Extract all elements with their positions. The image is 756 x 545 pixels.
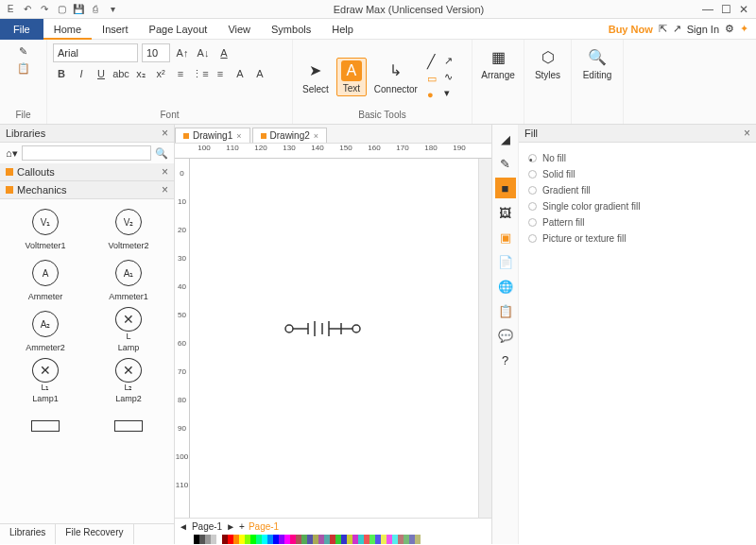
picture-tab-icon[interactable]: 🖼 <box>495 202 516 223</box>
close-libraries-icon[interactable]: × <box>162 127 168 140</box>
line-shape-icon[interactable]: ╱ <box>427 54 437 69</box>
shape-item[interactable]: L₂Lamp2 <box>89 358 168 403</box>
shape-item[interactable]: AAmmeter <box>6 256 85 301</box>
apps-icon[interactable]: ✦ <box>740 23 748 35</box>
shrink-font-icon[interactable]: A↓ <box>195 45 212 60</box>
tab-help[interactable]: Help <box>321 19 364 40</box>
fill-option[interactable]: Solid fill <box>528 166 747 182</box>
styles-button[interactable]: ⬡ Styles <box>530 43 565 82</box>
numbering-icon[interactable]: ⋮≡ <box>192 66 209 81</box>
new-icon[interactable]: ▢ <box>55 3 68 16</box>
layer-tab-icon[interactable]: ▣ <box>495 227 516 247</box>
underline-button[interactable]: U <box>93 66 110 81</box>
shape-item[interactable] <box>89 409 168 445</box>
save-icon[interactable]: 💾 <box>72 3 85 16</box>
undo-icon[interactable]: ↶ <box>21 3 34 16</box>
grow-font-icon[interactable]: A↑ <box>174 45 191 60</box>
subscript-icon[interactable]: x₂ <box>132 66 149 81</box>
fill-tab-icon[interactable]: ◢ <box>495 128 516 149</box>
home-icon[interactable]: ⌂▾ <box>6 147 18 160</box>
format-painter-icon[interactable]: ✎ <box>15 43 32 59</box>
page-tab-icon[interactable]: 📄 <box>495 251 516 272</box>
shape-tab-icon[interactable]: ■ <box>495 178 516 198</box>
text-fill-icon[interactable]: A <box>251 66 268 81</box>
hyperlink-tab-icon[interactable]: 🌐 <box>495 276 516 297</box>
shape-item[interactable] <box>6 409 85 445</box>
vertical-scrollbar[interactable] <box>478 159 491 518</box>
clipboard-icon[interactable]: 📋 <box>15 60 32 76</box>
shape-item[interactable]: L₁Lamp1 <box>6 358 85 403</box>
line-tab-icon[interactable]: ✎ <box>495 153 516 174</box>
arrow-shape-icon[interactable]: ↗ <box>444 55 453 67</box>
shape-item[interactable]: LLamp <box>89 307 168 352</box>
close-tab-icon[interactable]: × <box>236 131 241 141</box>
strike-button[interactable]: abc <box>112 66 129 81</box>
tab-page-layout[interactable]: Page Layout <box>139 19 218 40</box>
redo-icon[interactable]: ↷ <box>38 3 51 16</box>
fill-option[interactable]: Picture or texture fill <box>528 230 747 247</box>
color-swatch[interactable] <box>415 535 421 544</box>
gear-icon[interactable]: ⚙ <box>725 23 734 35</box>
comment-tab-icon[interactable]: 💬 <box>495 325 516 346</box>
tab-libraries-bottom[interactable]: Libraries <box>0 524 56 544</box>
signin-link[interactable]: Sign In <box>687 24 719 35</box>
lib-search-icon[interactable]: 🔍 <box>155 147 168 160</box>
file-menu[interactable]: File <box>0 19 43 40</box>
close-icon[interactable]: ✕ <box>739 3 748 16</box>
shape-item[interactable]: V₂Voltmeter2 <box>89 205 168 250</box>
fill-option[interactable]: Single color gradient fill <box>528 198 747 214</box>
tab-view[interactable]: View <box>217 19 261 40</box>
minimize-icon[interactable]: — <box>702 3 713 16</box>
select-tool[interactable]: ➤ Select <box>299 58 333 96</box>
color-palette[interactable] <box>175 535 491 544</box>
close-mechanics-icon[interactable]: × <box>162 183 168 196</box>
bold-button[interactable]: B <box>53 66 70 81</box>
shape-item[interactable]: A₁Ammeter1 <box>89 256 168 301</box>
export-icon[interactable]: ⇱ <box>659 23 667 35</box>
help-tab-icon[interactable]: ? <box>495 349 516 370</box>
align-icon[interactable]: ≡ <box>212 66 229 81</box>
callouts-header[interactable]: Callouts × <box>0 163 174 181</box>
doc-tab-drawing1[interactable]: Drawing1 × <box>175 128 250 143</box>
shape-item[interactable]: V₁Voltmeter1 <box>6 205 85 250</box>
print-icon[interactable]: ⎙ <box>89 3 102 16</box>
curve-shape-icon[interactable]: ∿ <box>444 71 453 83</box>
oval-shape-icon[interactable]: ● <box>427 89 437 100</box>
connector-tool[interactable]: ↳ Connector <box>370 58 421 96</box>
more-shapes-icon[interactable]: ▾ <box>444 87 453 99</box>
arrange-button[interactable]: ▦ Arrange <box>478 43 518 82</box>
editing-button[interactable]: 🔍 Editing <box>577 43 617 82</box>
buy-now-link[interactable]: Buy Now <box>609 24 653 35</box>
attachment-tab-icon[interactable]: 📋 <box>495 300 516 321</box>
font-family-select[interactable]: Arial <box>53 43 138 62</box>
fill-option[interactable]: Pattern fill <box>528 214 747 230</box>
tab-home[interactable]: Home <box>43 19 92 40</box>
tab-insert[interactable]: Insert <box>92 19 139 40</box>
drawing-canvas[interactable] <box>190 159 478 518</box>
share-icon[interactable]: ↗ <box>673 23 681 35</box>
tab-file-recovery[interactable]: File Recovery <box>56 524 133 544</box>
close-fill-panel-icon[interactable]: × <box>744 127 750 140</box>
page-nav-next-icon[interactable]: ► <box>226 521 235 532</box>
mechanics-header[interactable]: Mechanics × <box>0 181 174 199</box>
page-tab-1[interactable]: Page-1 <box>192 521 222 532</box>
doc-tab-drawing2[interactable]: Drawing2 × <box>252 128 328 143</box>
fill-option[interactable]: •No fill <box>528 150 747 166</box>
add-page-button[interactable]: + <box>239 521 245 532</box>
page-nav-prev-icon[interactable]: ◄ <box>179 521 188 532</box>
maximize-icon[interactable]: ☐ <box>721 3 731 16</box>
bullets-icon[interactable]: ≡ <box>172 66 189 81</box>
font-size-select[interactable]: 10 <box>142 43 170 62</box>
text-tool[interactable]: A Text <box>336 58 367 96</box>
close-tab-icon[interactable]: × <box>314 131 318 141</box>
superscript-icon[interactable]: x² <box>152 66 169 81</box>
italic-button[interactable]: I <box>73 66 90 81</box>
rect-shape-icon[interactable]: ▭ <box>427 73 437 85</box>
library-search-input[interactable] <box>22 145 151 161</box>
circuit-shape[interactable] <box>284 319 369 338</box>
highlight-icon[interactable]: A <box>232 66 249 81</box>
tab-symbols[interactable]: Symbols <box>261 19 321 40</box>
font-color-icon[interactable]: A <box>215 45 232 60</box>
shape-item[interactable]: A₂Ammeter2 <box>6 307 85 352</box>
qat-more-icon[interactable]: ▾ <box>106 3 119 16</box>
